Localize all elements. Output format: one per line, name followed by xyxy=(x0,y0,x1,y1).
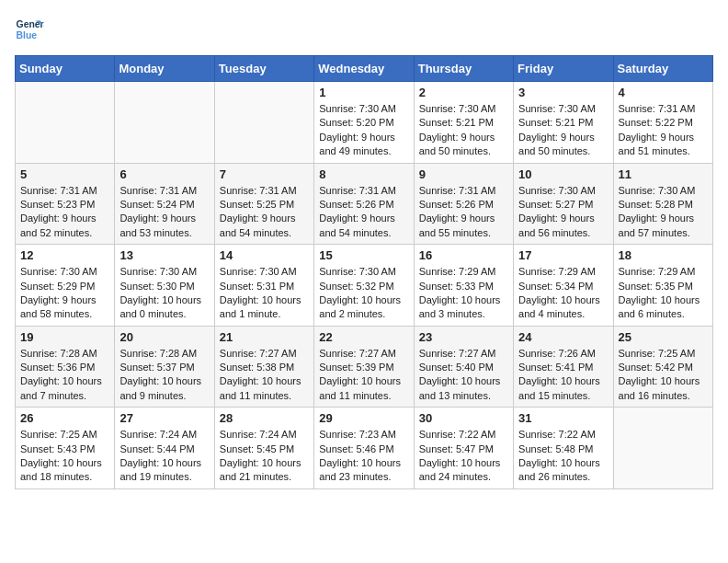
logo: General Blue xyxy=(15,15,48,44)
day-info: Daylight: 10 hours xyxy=(319,456,408,470)
day-number: 5 xyxy=(20,167,109,181)
day-number: 24 xyxy=(518,330,608,344)
day-number: 22 xyxy=(319,330,408,344)
day-info: Sunset: 5:44 PM xyxy=(119,442,209,456)
day-info: Sunset: 5:31 PM xyxy=(220,280,309,293)
day-number: 2 xyxy=(419,86,508,99)
day-header-friday: Friday xyxy=(514,56,613,82)
day-number: 26 xyxy=(20,411,109,425)
day-info: and 1 minute. xyxy=(220,307,309,321)
calendar-day-11: 11Sunrise: 7:30 AMSunset: 5:28 PMDayligh… xyxy=(613,163,712,245)
day-info: Daylight: 10 hours xyxy=(119,374,209,388)
day-info: Sunrise: 7:22 AM xyxy=(518,428,608,442)
calendar-week-3: 12Sunrise: 7:30 AMSunset: 5:29 PMDayligh… xyxy=(16,245,713,327)
day-info: Sunrise: 7:27 AM xyxy=(319,347,408,361)
day-info: and 54 minutes. xyxy=(220,226,309,240)
day-info: Sunrise: 7:25 AM xyxy=(20,428,109,442)
day-info: Sunset: 5:30 PM xyxy=(119,280,209,293)
day-info: and 55 minutes. xyxy=(419,226,508,240)
day-number: 31 xyxy=(518,411,608,425)
empty-day xyxy=(214,82,313,164)
day-number: 12 xyxy=(20,248,109,262)
empty-day xyxy=(115,82,214,164)
day-number: 1 xyxy=(319,86,408,99)
day-info: Sunset: 5:47 PM xyxy=(419,442,508,456)
day-info: and 9 minutes. xyxy=(119,389,209,403)
calendar-day-22: 22Sunrise: 7:27 AMSunset: 5:39 PMDayligh… xyxy=(314,326,414,408)
page-header: General Blue xyxy=(15,15,713,44)
day-info: Daylight: 9 hours xyxy=(319,131,408,144)
calendar-day-26: 26Sunrise: 7:25 AMSunset: 5:43 PMDayligh… xyxy=(16,408,115,489)
day-info: Sunrise: 7:22 AM xyxy=(419,428,508,442)
day-number: 29 xyxy=(319,411,408,425)
calendar-day-17: 17Sunrise: 7:29 AMSunset: 5:34 PMDayligh… xyxy=(514,245,613,327)
calendar-day-6: 6Sunrise: 7:31 AMSunset: 5:24 PMDaylight… xyxy=(115,163,214,245)
day-info: Daylight: 9 hours xyxy=(419,131,508,144)
calendar-day-3: 3Sunrise: 7:30 AMSunset: 5:21 PMDaylight… xyxy=(514,82,613,164)
empty-day xyxy=(16,82,115,164)
day-info: Daylight: 10 hours xyxy=(518,456,608,470)
day-info: Sunset: 5:25 PM xyxy=(220,198,309,212)
day-info: Sunset: 5:35 PM xyxy=(619,280,708,293)
day-info: Sunrise: 7:27 AM xyxy=(419,347,508,361)
day-info: Sunset: 5:29 PM xyxy=(20,280,109,293)
day-info: Daylight: 10 hours xyxy=(419,293,508,307)
day-info: and 56 minutes. xyxy=(518,226,608,240)
day-info: and 13 minutes. xyxy=(419,389,508,403)
day-info: Daylight: 9 hours xyxy=(20,212,109,225)
day-info: Sunrise: 7:29 AM xyxy=(419,265,508,279)
day-info: Daylight: 9 hours xyxy=(220,212,309,225)
day-info: Daylight: 9 hours xyxy=(619,212,708,225)
day-info: Sunset: 5:45 PM xyxy=(220,442,309,456)
day-header-thursday: Thursday xyxy=(414,56,513,82)
day-info: Sunrise: 7:30 AM xyxy=(518,184,608,198)
day-info: and 24 minutes. xyxy=(419,470,508,484)
calendar-day-14: 14Sunrise: 7:30 AMSunset: 5:31 PMDayligh… xyxy=(214,245,313,327)
day-info: Sunrise: 7:29 AM xyxy=(518,265,608,279)
day-info: and 49 minutes. xyxy=(319,144,408,158)
day-info: Sunset: 5:26 PM xyxy=(319,198,408,212)
day-info: Daylight: 9 hours xyxy=(20,293,109,307)
day-info: Sunset: 5:22 PM xyxy=(619,116,708,130)
day-info: and 11 minutes. xyxy=(319,389,408,403)
calendar-day-31: 31Sunrise: 7:22 AMSunset: 5:48 PMDayligh… xyxy=(514,408,613,489)
calendar-header: SundayMondayTuesdayWednesdayThursdayFrid… xyxy=(16,56,713,82)
day-info: and 4 minutes. xyxy=(518,307,608,321)
day-info: Daylight: 10 hours xyxy=(319,374,408,388)
day-info: and 2 minutes. xyxy=(319,307,408,321)
calendar-day-8: 8Sunrise: 7:31 AMSunset: 5:26 PMDaylight… xyxy=(314,163,414,245)
calendar-day-23: 23Sunrise: 7:27 AMSunset: 5:40 PMDayligh… xyxy=(414,326,513,408)
day-info: Sunset: 5:26 PM xyxy=(419,198,508,212)
svg-text:Blue: Blue xyxy=(17,30,38,40)
calendar-day-16: 16Sunrise: 7:29 AMSunset: 5:33 PMDayligh… xyxy=(414,245,513,327)
day-info: Daylight: 10 hours xyxy=(319,293,408,307)
day-info: and 16 minutes. xyxy=(619,389,708,403)
day-info: Sunrise: 7:31 AM xyxy=(619,102,708,116)
day-header-tuesday: Tuesday xyxy=(214,56,313,82)
day-info: Sunset: 5:41 PM xyxy=(518,361,608,374)
day-header-monday: Monday xyxy=(115,56,214,82)
day-info: Sunset: 5:42 PM xyxy=(619,361,708,374)
day-info: Sunset: 5:21 PM xyxy=(518,116,608,130)
day-info: Sunset: 5:27 PM xyxy=(518,198,608,212)
day-info: and 58 minutes. xyxy=(20,307,109,321)
calendar-day-24: 24Sunrise: 7:26 AMSunset: 5:41 PMDayligh… xyxy=(514,326,613,408)
day-info: Sunset: 5:28 PM xyxy=(619,198,708,212)
day-info: Sunset: 5:33 PM xyxy=(419,280,508,293)
calendar-week-5: 26Sunrise: 7:25 AMSunset: 5:43 PMDayligh… xyxy=(16,408,713,489)
day-info: and 7 minutes. xyxy=(20,389,109,403)
day-info: Sunrise: 7:31 AM xyxy=(20,184,109,198)
calendar-day-5: 5Sunrise: 7:31 AMSunset: 5:23 PMDaylight… xyxy=(16,163,115,245)
day-info: Daylight: 9 hours xyxy=(518,212,608,225)
day-number: 13 xyxy=(119,248,209,262)
calendar-week-4: 19Sunrise: 7:28 AMSunset: 5:36 PMDayligh… xyxy=(16,326,713,408)
day-info: Sunset: 5:48 PM xyxy=(518,442,608,456)
day-info: and 15 minutes. xyxy=(518,389,608,403)
calendar-day-4: 4Sunrise: 7:31 AMSunset: 5:22 PMDaylight… xyxy=(613,82,712,164)
day-info: Sunset: 5:24 PM xyxy=(119,198,209,212)
day-info: Sunrise: 7:30 AM xyxy=(518,102,608,116)
calendar-week-2: 5Sunrise: 7:31 AMSunset: 5:23 PMDaylight… xyxy=(16,163,713,245)
day-info: Sunrise: 7:30 AM xyxy=(20,265,109,279)
day-info: Daylight: 10 hours xyxy=(518,374,608,388)
day-info: and 50 minutes. xyxy=(518,144,608,158)
